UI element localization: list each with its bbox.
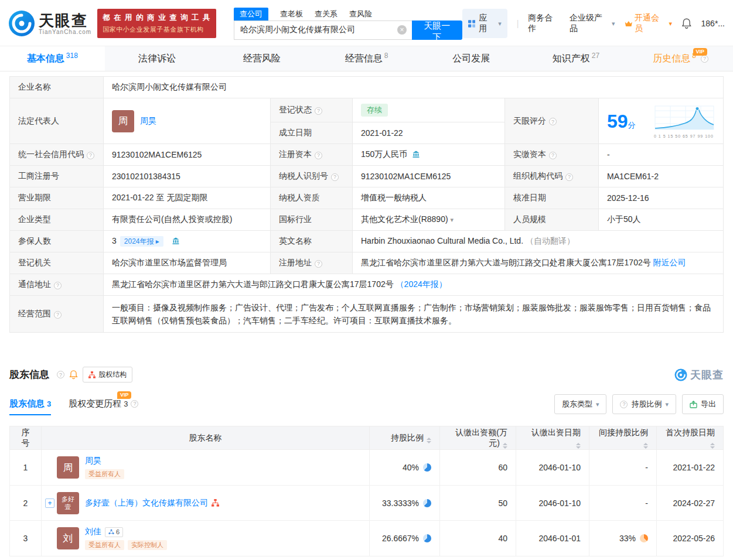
help-icon[interactable]: ?	[315, 260, 322, 268]
shareholders-tabs: 股东信息 3 VIP 股权变更历程 3 ? 股东类型 ▾ ? 持股比例 ▾	[9, 394, 724, 419]
help-icon[interactable]: ?	[57, 371, 64, 378]
partner-count-badge[interactable]: 6	[105, 527, 123, 537]
equity-structure-icon[interactable]	[212, 499, 219, 507]
col-name: 股东名称	[42, 426, 370, 450]
help-icon[interactable]: ?	[565, 173, 573, 181]
row-reg-number: 工商注册号 230102101384315 纳税人识别号? 91230102MA…	[10, 166, 724, 187]
actual-controller-tag[interactable]: 实际控制人	[128, 540, 167, 550]
beneficial-owner-tag[interactable]: 受益所有人	[85, 540, 124, 550]
pie-chart-icon[interactable]	[423, 499, 431, 507]
search-tab-relation[interactable]: 查关系	[315, 8, 337, 21]
enterprise-products-link[interactable]: 企业级产品 ▾	[570, 13, 615, 34]
help-icon[interactable]: ?	[315, 107, 322, 115]
auto-translate-note: （自动翻译）	[526, 236, 575, 245]
search-tab-boss[interactable]: 查老板	[280, 8, 303, 21]
help-icon[interactable]: ?	[87, 152, 94, 159]
header-right: 应用 ▾ | 商务合作 企业级产品 ▾ 开通会员 ▾ 186*...	[462, 9, 725, 38]
legal-rep-link[interactable]: 周昊	[140, 116, 156, 127]
promo-banner: 都 在 用 的 商 业 查 询 工 具 国家中小企业发展子基金旗下机构	[97, 9, 216, 38]
paid-capital-label: 实缴资本?	[505, 144, 599, 166]
help-icon[interactable]: ?	[131, 400, 138, 408]
help-icon[interactable]: ?	[331, 173, 339, 181]
row-company-name: 企业名称 哈尔滨周小闹文化传媒有限公司	[10, 77, 724, 98]
tab-intellectual-property[interactable]: 知识产权 27	[524, 46, 629, 71]
table-row: 2 + 多好壹 多好壹（上海）文化传媒有限公司	[10, 486, 724, 521]
col-first-date[interactable]: 首次持股日期	[657, 426, 724, 450]
shareholder-link[interactable]: 多好壹（上海）文化传媒有限公司	[85, 498, 208, 508]
cell-ratio: 33.3333%	[370, 486, 440, 521]
pie-chart-icon[interactable]	[640, 534, 648, 542]
help-icon[interactable]: ?	[549, 152, 557, 159]
cell-indirect: 33%	[589, 521, 657, 556]
business-cooperation-link[interactable]: 商务合作	[528, 13, 560, 34]
tab-operation-risk[interactable]: 经营风险	[209, 46, 314, 71]
search-input[interactable]	[234, 21, 412, 40]
tab-label: 公司发展	[452, 53, 490, 65]
tianyancha-logo[interactable]: 天眼查 TianYanCha.com	[8, 10, 91, 37]
tab-basic-info[interactable]: 基本信息 318	[0, 46, 105, 71]
tianyan-score[interactable]: 59分	[607, 111, 636, 131]
help-icon[interactable]: ?	[54, 282, 62, 289]
tab-operation-info[interactable]: 经营信息 8	[314, 46, 419, 71]
help-icon[interactable]: ?	[549, 118, 557, 125]
tab-legal-litigation[interactable]: 法律诉讼	[105, 46, 210, 71]
col-amount[interactable]: 认缴出资额(万元)	[440, 426, 516, 450]
shareholders-table: 序号 股东名称 持股比例 认缴出资额(万元) 认缴出资日期 间接持股比例 首次持…	[9, 426, 724, 556]
taxpayer-id-label: 纳税人识别号?	[271, 166, 353, 187]
search-button[interactable]: 天眼一下	[412, 21, 462, 40]
equity-structure-button[interactable]: 股权结构	[83, 367, 132, 383]
reg-status-label: 登记状态?	[271, 98, 353, 122]
help-icon[interactable]: ?	[315, 152, 322, 159]
phone-number[interactable]: 186*...	[701, 19, 725, 28]
cell-shareholder-name: + 多好壹 多好壹（上海）文化传媒有限公司	[42, 486, 370, 521]
english-name-value: Harbin Zhouxiaonao Cultural Media Co., L…	[353, 231, 724, 252]
open-vip-link[interactable]: 开通会员 ▾	[625, 13, 672, 34]
export-button[interactable]: 导出	[682, 394, 724, 414]
row-business-scope: 经营范围? 一般项目：摄像及视频制作服务；广告设计、代理；广告发布；个人互联网直…	[10, 296, 724, 333]
col-ratio[interactable]: 持股比例	[370, 426, 440, 450]
cell-date: 2046-01-10	[516, 486, 589, 521]
tab-history-info[interactable]: VIP 历史信息 8 ?	[628, 46, 733, 71]
annual-report-badge[interactable]: 2024年报 ▸	[120, 236, 163, 247]
beneficial-owner-tag[interactable]: 受益所有人	[85, 469, 124, 479]
section-nav-tabs: 基本信息 318 法律诉讼 经营风险 经营信息 8 公司发展 知识产权 27 V…	[0, 46, 733, 71]
holding-ratio-select[interactable]: ? 持股比例 ▾	[612, 394, 676, 414]
tab-label: 知识产权	[553, 53, 590, 65]
clear-icon[interactable]: ×	[397, 25, 407, 35]
cell-amount: 50	[440, 486, 516, 521]
chevron-down-icon[interactable]: ▾	[451, 216, 454, 223]
search-tab-company[interactable]: 查公司	[234, 8, 268, 21]
tab-label: 基本信息	[27, 53, 64, 65]
shareholder-link[interactable]: 周昊	[85, 456, 101, 466]
pie-chart-icon[interactable]	[423, 463, 431, 472]
reg-number-value: 230102101384315	[104, 166, 271, 187]
shareholder-type-select[interactable]: 股东类型 ▾	[554, 394, 607, 414]
enterprise-products-label: 企业级产品	[570, 13, 609, 34]
shareholder-link[interactable]: 刘佳	[85, 527, 101, 537]
avatar[interactable]: 周	[112, 110, 134, 132]
apps-button[interactable]: 应用 ▾	[462, 9, 507, 38]
credit-code-label: 统一社会信用代码?	[10, 144, 104, 166]
avatar[interactable]: 多好壹	[57, 492, 79, 514]
expand-button[interactable]: +	[45, 498, 54, 508]
annual-report-link[interactable]: （2024年报）	[396, 279, 447, 289]
pie-chart-icon[interactable]	[423, 534, 431, 542]
cell-indirect: -	[589, 450, 657, 486]
tab-shareholder-info[interactable]: 股东信息 3	[9, 398, 51, 415]
col-indirect[interactable]: 间接持股比例	[589, 426, 657, 450]
search-tab-risk[interactable]: 查风险	[349, 8, 372, 21]
avatar[interactable]: 周	[57, 456, 79, 479]
tab-company-development[interactable]: 公司发展	[419, 46, 524, 71]
help-icon[interactable]: ?	[54, 311, 62, 319]
tab-equity-change-history[interactable]: VIP 股权变更历程 3 ?	[69, 398, 138, 415]
avatar[interactable]: 刘	[57, 527, 79, 549]
insured-value: 32024年报 ▸	[104, 231, 271, 252]
bank-icon[interactable]	[172, 237, 180, 245]
help-icon[interactable]: ?	[701, 55, 708, 63]
bank-icon[interactable]	[412, 150, 420, 158]
bell-icon[interactable]	[681, 18, 692, 29]
tianyancha-logo-icon	[8, 10, 35, 37]
subscribe-bell-icon[interactable]	[69, 370, 78, 380]
nearby-companies-link[interactable]: 附近公司	[653, 258, 686, 267]
col-date[interactable]: 认缴出资日期	[516, 426, 589, 450]
